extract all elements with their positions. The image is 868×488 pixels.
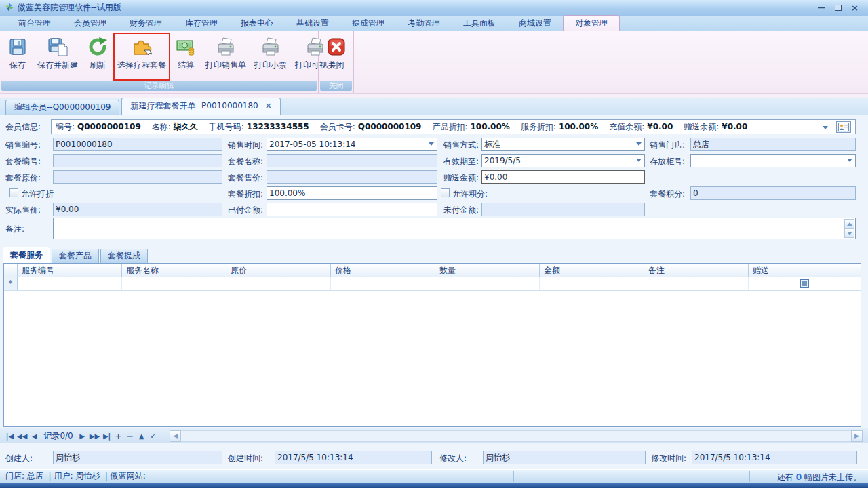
modify-time-field[interactable] <box>692 451 857 464</box>
col-original-price[interactable]: 原价 <box>226 264 331 277</box>
menu-tab-commission[interactable]: 提成管理 <box>340 16 396 31</box>
menu-tab-inventory[interactable]: 库存管理 <box>174 16 229 31</box>
valid-until-dropdown-icon[interactable] <box>636 159 642 162</box>
col-remark[interactable]: 备注 <box>644 264 749 277</box>
sale-mode-field[interactable] <box>481 138 645 151</box>
member-phone: 手机号码:13233334555 <box>209 121 309 133</box>
member-card-button[interactable] <box>836 121 851 133</box>
menu-tab-reports[interactable]: 报表中心 <box>229 16 285 31</box>
paid-amount-field[interactable] <box>267 203 437 216</box>
sale-store-label: 销售门店: <box>650 140 685 151</box>
sale-no-field[interactable] <box>53 138 222 151</box>
tab-package-products[interactable]: 套餐产品 <box>52 249 99 263</box>
print-receipt-button[interactable]: 打印小票 <box>250 33 291 81</box>
nav-next-button[interactable]: ▶ <box>77 432 88 440</box>
scroll-right-icon[interactable]: ▶ <box>851 430 863 442</box>
tab-package-commission[interactable]: 套餐提成 <box>100 249 148 263</box>
pkg-points-field[interactable] <box>690 186 856 200</box>
valid-until-field[interactable] <box>481 154 645 167</box>
refresh-icon <box>86 35 109 58</box>
sale-time-dropdown-icon[interactable] <box>429 142 434 146</box>
document-tab-strip: 编辑会员--Q0000000109 新建疗程套餐开单--P0010000180× <box>0 98 868 115</box>
grid-row-indicator-header <box>4 264 18 277</box>
locker-no-dropdown-icon[interactable] <box>847 159 852 162</box>
nav-next-page-button[interactable]: ▶▶ <box>88 432 101 440</box>
sale-mode-dropdown-icon[interactable] <box>636 142 642 146</box>
refresh-button[interactable]: 刷新 <box>82 33 113 81</box>
new-row-marker: * <box>4 277 18 290</box>
window-title: 傲蓝美容院管理软件--试用版 <box>18 2 121 14</box>
col-amount[interactable]: 金额 <box>540 264 644 277</box>
audit-bar: 创建人: 创建时间: 修改人: 修改时间: <box>0 445 868 469</box>
save-button[interactable]: 保存 <box>2 33 33 81</box>
settle-button[interactable]: 结算 <box>170 33 201 81</box>
minimize-button[interactable]: — <box>818 4 825 12</box>
doc-tab-edit-member[interactable]: 编辑会员--Q0000000109 <box>5 100 119 115</box>
menu-tab-tools[interactable]: 工具面板 <box>452 16 507 31</box>
allow-points-checkbox[interactable] <box>441 188 450 197</box>
title-bar: 傲蓝美容院管理软件--试用版 — × <box>0 0 868 16</box>
remark-field[interactable] <box>53 218 856 239</box>
sale-time-label: 销售时间: <box>228 140 263 151</box>
scroll-left-icon[interactable]: ◀ <box>170 430 181 442</box>
tab-close-icon[interactable]: × <box>265 101 272 110</box>
locker-no-field[interactable] <box>690 154 856 167</box>
pkg-name-field[interactable] <box>267 154 437 167</box>
remark-scroll-down-button[interactable] <box>844 228 854 238</box>
menu-tab-attendance[interactable]: 考勤管理 <box>396 16 452 31</box>
close-tab-button[interactable]: 关闭 <box>321 33 352 81</box>
member-card-icon <box>838 123 849 131</box>
col-service-no[interactable]: 服务编号 <box>18 264 122 277</box>
gift-checkbox[interactable] <box>800 279 809 288</box>
unpaid-amount-label: 未付金额: <box>443 205 479 216</box>
actual-price-field[interactable] <box>53 203 222 216</box>
nav-first-button[interactable]: |◀ <box>4 432 16 440</box>
pkg-orig-price-field[interactable] <box>53 170 222 184</box>
col-price[interactable]: 价格 <box>331 264 435 277</box>
remark-scroll-up-button[interactable] <box>844 219 854 228</box>
sale-time-field[interactable] <box>267 138 437 151</box>
member-info-label: 会员信息: <box>5 121 41 133</box>
pkg-name-label: 套餐名称: <box>228 156 263 167</box>
col-service-name[interactable]: 服务名称 <box>122 264 226 277</box>
sale-store-field[interactable] <box>690 138 856 151</box>
menu-tab-front-desk[interactable]: 前台管理 <box>7 16 62 31</box>
save-and-new-button[interactable]: 保存并新建 <box>33 33 82 81</box>
menu-tab-members[interactable]: 会员管理 <box>62 16 118 31</box>
col-gift[interactable]: 赠送 <box>749 264 861 277</box>
nav-delete-button[interactable]: − <box>124 431 136 441</box>
nav-prev-button[interactable]: ◀ <box>28 432 40 440</box>
close-window-button[interactable]: × <box>851 3 859 12</box>
record-count-label: 记录0/0 <box>40 430 76 442</box>
grid-horizontal-scrollbar[interactable]: ◀ ▶ <box>170 430 863 442</box>
print-sales-order-button[interactable]: 打印销售单 <box>201 33 250 81</box>
nav-edit-button[interactable]: ▲ <box>136 432 147 440</box>
col-quantity[interactable]: 数量 <box>435 264 540 277</box>
pkg-no-field[interactable] <box>53 154 222 167</box>
nav-post-button[interactable]: ✓ <box>147 432 159 440</box>
member-dropdown-icon[interactable] <box>823 126 828 129</box>
grid-new-row[interactable]: * <box>4 277 861 291</box>
modifier-field[interactable] <box>483 451 646 464</box>
create-time-field[interactable] <box>275 451 432 464</box>
doc-tab-new-course-package[interactable]: 新建疗程套餐开单--P0010000180× <box>121 98 280 115</box>
tab-package-services[interactable]: 套餐服务 <box>3 247 50 263</box>
creator-field[interactable] <box>53 451 222 464</box>
ribbon-tab-strip: 前台管理 会员管理 财务管理 库存管理 报表中心 基础设置 提成管理 考勤管理 … <box>0 16 868 31</box>
menu-tab-object-management[interactable]: 对象管理 <box>563 15 620 31</box>
allow-discount-checkbox[interactable] <box>9 188 18 197</box>
gift-amount-field[interactable] <box>481 170 645 184</box>
nav-last-button[interactable]: ▶| <box>101 432 113 440</box>
pkg-sale-price-field[interactable] <box>267 170 437 184</box>
unpaid-amount-field[interactable] <box>481 203 645 216</box>
nav-prev-page-button[interactable]: ◀◀ <box>16 432 28 440</box>
menu-tab-finance[interactable]: 财务管理 <box>118 16 174 31</box>
member-recharge-balance: 充值余额:¥0.00 <box>609 121 673 133</box>
bottom-strip <box>0 483 868 488</box>
nav-append-button[interactable]: + <box>113 431 124 441</box>
menu-tab-mall-settings[interactable]: 商城设置 <box>507 16 563 31</box>
menu-tab-basic-settings[interactable]: 基础设置 <box>285 16 340 31</box>
pkg-discount-field[interactable] <box>267 186 437 200</box>
restore-button[interactable] <box>835 5 842 11</box>
choose-course-package-button[interactable]: 选择疗程套餐 <box>113 33 170 81</box>
